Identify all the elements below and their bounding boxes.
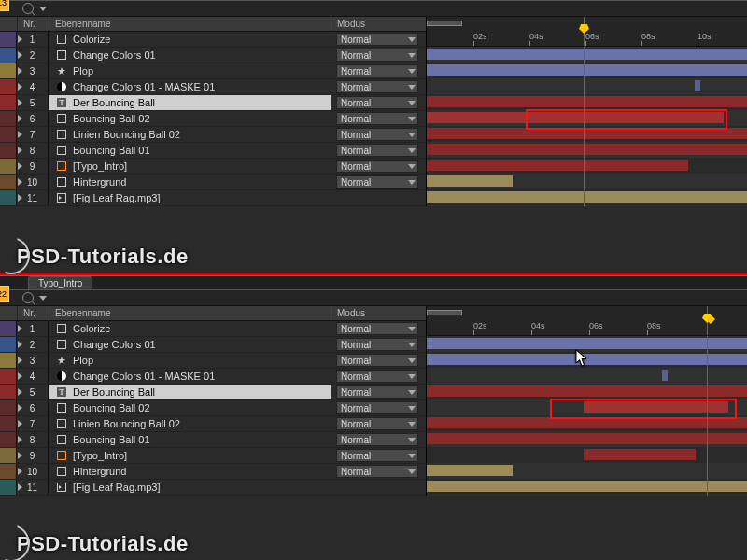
layer-name-cell[interactable]: Hintergrund xyxy=(49,175,331,189)
blend-mode-dropdown[interactable]: Normal xyxy=(336,33,418,46)
twirl-icon[interactable] xyxy=(18,83,22,91)
search-icon[interactable] xyxy=(22,3,34,14)
col-nr[interactable]: Nr. xyxy=(17,306,49,320)
blend-mode-dropdown[interactable]: Normal xyxy=(336,338,418,351)
layer-name-cell[interactable]: [Typo_Intro] xyxy=(49,448,331,463)
layer-name-cell[interactable]: [Fig Leaf Rag.mp3] xyxy=(49,480,331,495)
twirl-icon[interactable] xyxy=(18,131,22,138)
label-color-chip[interactable] xyxy=(0,159,17,174)
twirl-icon[interactable] xyxy=(18,162,22,170)
timeline-track[interactable] xyxy=(427,368,747,384)
blend-mode-dropdown[interactable]: Normal xyxy=(336,322,418,335)
layer-name-cell[interactable]: Bouncing Ball 02 xyxy=(49,400,331,415)
twirl-icon[interactable] xyxy=(18,420,22,427)
timeline-tracks-bottom[interactable] xyxy=(426,336,747,496)
layer-row[interactable]: 3★PlopNormal xyxy=(0,353,426,369)
layer-bar[interactable] xyxy=(427,433,747,444)
label-color-chip[interactable] xyxy=(0,337,17,352)
layer-name-cell[interactable]: Bouncing Ball 01 xyxy=(49,432,331,447)
layer-bar[interactable] xyxy=(427,144,747,155)
layer-row[interactable]: 9[Typo_Intro]Normal xyxy=(0,448,426,464)
label-color-chip[interactable] xyxy=(0,480,17,495)
layer-row[interactable]: 3★PlopNormal xyxy=(0,63,426,79)
layer-name-cell[interactable]: Colorize xyxy=(49,32,331,47)
blend-mode-dropdown[interactable]: Normal xyxy=(336,370,418,383)
tab-typo-intro[interactable]: Typo_Intro xyxy=(28,276,92,289)
layer-name-cell[interactable]: ★Plop xyxy=(49,353,331,368)
twirl-icon[interactable] xyxy=(18,483,22,491)
blend-mode-dropdown[interactable]: Normal xyxy=(336,128,418,141)
playhead-top[interactable] xyxy=(584,17,585,46)
label-color-chip[interactable] xyxy=(0,448,17,463)
search-menu-icon[interactable] xyxy=(39,296,47,301)
blend-mode-dropdown[interactable]: Normal xyxy=(336,433,418,446)
timeline-tracks-top[interactable] xyxy=(426,47,747,206)
layer-bar[interactable] xyxy=(427,354,747,365)
label-color-chip[interactable] xyxy=(0,432,17,447)
layer-row[interactable]: 6Bouncing Ball 02Normal xyxy=(0,400,426,416)
blend-mode-dropdown[interactable]: Normal xyxy=(336,144,418,157)
label-color-chip[interactable] xyxy=(0,321,17,336)
layer-row[interactable]: 1ColorizeNormal xyxy=(0,321,426,337)
timeline-track[interactable] xyxy=(427,495,747,496)
twirl-icon[interactable] xyxy=(18,341,22,348)
twirl-icon[interactable] xyxy=(18,51,22,59)
layer-bar[interactable] xyxy=(427,49,747,60)
layer-row[interactable]: 11[Fig Leaf Rag.mp3] xyxy=(0,480,426,496)
layer-row[interactable]: 6Bouncing Ball 02Normal xyxy=(0,111,426,127)
layer-name-cell[interactable]: [Typo_Intro] xyxy=(49,159,331,174)
layer-bar[interactable] xyxy=(427,175,513,187)
layer-row[interactable]: 7Linien Bouncing Ball 02Normal xyxy=(0,416,426,432)
layer-name-cell[interactable]: ★Plop xyxy=(49,63,331,78)
label-color-chip[interactable] xyxy=(0,127,17,142)
work-area-bar[interactable] xyxy=(427,21,462,26)
layer-row[interactable]: 4Change Colors 01 - MASKE 01Normal xyxy=(0,369,426,385)
label-color-chip[interactable] xyxy=(0,369,17,384)
time-ruler-bottom[interactable]: 02s04s06s08s xyxy=(426,306,747,336)
layer-name-cell[interactable]: Linien Bouncing Ball 02 xyxy=(49,416,331,431)
layer-bar[interactable] xyxy=(427,338,747,349)
layer-bar[interactable] xyxy=(662,370,668,381)
blend-mode-dropdown[interactable]: Normal xyxy=(336,465,418,478)
layer-row[interactable]: 8Bouncing Ball 01Normal xyxy=(0,143,426,159)
layer-bar[interactable] xyxy=(584,449,696,460)
blend-mode-dropdown[interactable]: Normal xyxy=(336,385,418,399)
col-layer[interactable]: Ebenenname xyxy=(49,17,331,31)
work-area-bar[interactable] xyxy=(427,310,462,315)
blend-mode-dropdown[interactable]: Normal xyxy=(336,417,418,430)
layer-row[interactable]: 8Bouncing Ball 01Normal xyxy=(0,432,426,448)
layer-name-cell[interactable]: Change Colors 01 xyxy=(49,48,331,63)
twirl-icon[interactable] xyxy=(18,147,22,154)
twirl-icon[interactable] xyxy=(18,67,22,75)
twirl-icon[interactable] xyxy=(18,436,22,443)
blend-mode-dropdown[interactable]: Normal xyxy=(336,401,418,414)
label-color-chip[interactable] xyxy=(0,416,17,431)
label-color-chip[interactable] xyxy=(0,464,17,479)
time-ruler-top[interactable]: 02s04s06s08s10s xyxy=(426,17,747,47)
twirl-icon[interactable] xyxy=(18,325,22,332)
label-color-chip[interactable] xyxy=(0,143,17,158)
twirl-icon[interactable] xyxy=(18,404,22,412)
search-menu-icon[interactable] xyxy=(39,7,47,11)
layer-name-cell[interactable]: TDer Bouncing Ball xyxy=(49,385,331,399)
col-nr[interactable]: Nr. xyxy=(17,17,49,31)
label-color-chip[interactable] xyxy=(0,353,17,368)
layer-bar[interactable] xyxy=(427,481,747,492)
label-color-chip[interactable] xyxy=(0,63,17,78)
label-color-chip[interactable] xyxy=(0,175,17,189)
layer-row[interactable]: 5TDer Bouncing BallNormal xyxy=(0,95,426,111)
blend-mode-dropdown[interactable]: Normal xyxy=(336,354,418,367)
label-color-chip[interactable] xyxy=(0,190,17,205)
twirl-icon[interactable] xyxy=(18,468,22,475)
blend-mode-dropdown[interactable]: Normal xyxy=(336,49,418,62)
timeline-track[interactable] xyxy=(427,205,747,206)
layer-row[interactable]: 11[Fig Leaf Rag.mp3] xyxy=(0,190,426,206)
layer-name-cell[interactable]: Bouncing Ball 02 xyxy=(49,111,331,126)
twirl-icon[interactable] xyxy=(18,194,22,202)
layer-row[interactable]: 10HintergrundNormal xyxy=(0,464,426,480)
layer-bar[interactable] xyxy=(427,191,747,203)
playhead-bottom[interactable] xyxy=(707,306,708,335)
layer-bar[interactable] xyxy=(427,64,747,76)
twirl-icon[interactable] xyxy=(18,452,22,459)
layer-row[interactable]: 5TDer Bouncing BallNormal xyxy=(0,385,426,400)
